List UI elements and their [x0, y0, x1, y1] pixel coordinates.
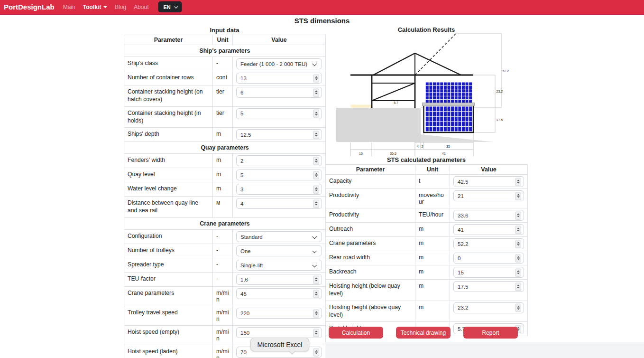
- quay-level-input[interactable]: 5: [236, 170, 322, 180]
- crane-speed-input[interactable]: 45: [236, 288, 322, 299]
- dim-backreach: 15: [359, 152, 363, 155]
- input-row: Ships' depth m 12.5: [124, 128, 326, 142]
- input-data-panel: Input data Parameter Unit Value Ship's p…: [124, 27, 325, 358]
- rear-road-strip: [350, 105, 372, 108]
- number-stepper[interactable]: [313, 309, 319, 317]
- stacking-holds-input[interactable]: 5: [236, 108, 322, 119]
- number-stepper[interactable]: [313, 275, 319, 283]
- trolleys-select[interactable]: One: [236, 245, 322, 256]
- hoist-speed-empty-input[interactable]: 150: [236, 327, 322, 338]
- technical-drawing-button[interactable]: Technical drawing: [396, 327, 451, 339]
- number-stepper[interactable]: [313, 290, 319, 298]
- chevron-down-icon: [312, 61, 316, 66]
- number-stepper[interactable]: [313, 185, 319, 193]
- nav-item-about[interactable]: About: [134, 4, 148, 10]
- number-stepper[interactable]: [313, 329, 319, 337]
- calc-table-title: STS calculated parameters: [325, 156, 527, 163]
- calc-row: Hoisting height (above quay level) m 23.…: [326, 301, 528, 322]
- input-row: Container stacking height (in holds) tie…: [124, 106, 326, 128]
- chevron-down-icon: [174, 4, 178, 8]
- number-stepper[interactable]: [515, 240, 521, 248]
- stacking-hatch-input[interactable]: 6: [236, 87, 322, 98]
- ships-class-select[interactable]: Feeder (1 000 - 2 000 TEU): [236, 58, 322, 69]
- outreach-input[interactable]: 41: [453, 224, 524, 235]
- input-table: Parameter Unit Value Ship's parameters S…: [124, 35, 326, 358]
- dim-crane-height: 52.2: [503, 69, 509, 73]
- caret-down-icon: [103, 6, 107, 8]
- language-selector[interactable]: EN: [158, 1, 182, 12]
- nav-item-toolkit[interactable]: Toolkit: [83, 4, 107, 10]
- input-row: Container stacking height (on hatch cove…: [124, 85, 326, 107]
- number-stepper[interactable]: [313, 110, 319, 118]
- calc-row: Hoisting height (below quay level) m 17.…: [326, 280, 528, 301]
- calc-row: Crane parameters m 52.2: [326, 237, 528, 251]
- dim-below-quay: 17.5: [497, 118, 503, 122]
- number-stepper[interactable]: [313, 199, 319, 207]
- fenders-width-input[interactable]: 2: [236, 155, 322, 166]
- productivity-teu-input[interactable]: 33.6: [453, 210, 524, 221]
- input-row: Spreader type - Single-lift: [124, 258, 326, 273]
- col-header-unit: Unit: [415, 165, 450, 175]
- number-stepper[interactable]: [313, 74, 319, 82]
- calc-row: Backreach m 15: [326, 265, 528, 280]
- number-stepper[interactable]: [515, 211, 521, 219]
- number-stepper[interactable]: [515, 178, 521, 186]
- dim-outreach: 41: [442, 152, 446, 155]
- col-header-value: Value: [233, 35, 326, 45]
- number-stepper[interactable]: [313, 171, 319, 179]
- report-button[interactable]: Report: [463, 327, 518, 339]
- input-row: Trolley travel speed m/min 220: [124, 306, 326, 326]
- number-stepper[interactable]: [515, 192, 521, 200]
- number-stepper[interactable]: [313, 88, 319, 96]
- dim-fender: 2: [422, 145, 423, 148]
- calculation-button[interactable]: Calculation: [329, 327, 383, 339]
- backreach-input[interactable]: 15: [453, 267, 524, 278]
- crane-technical-drawing: 52.2 23.2 17.5 5.7 4 2 35 15 30.5 41: [330, 32, 510, 158]
- brand-logo[interactable]: PortDesignLab: [4, 3, 55, 11]
- number-stepper[interactable]: [515, 304, 521, 312]
- nav-item-main[interactable]: Main: [63, 4, 75, 10]
- number-stepper[interactable]: [313, 131, 319, 139]
- navbar: PortDesignLab Main Toolkit Blog About EN: [0, 0, 644, 15]
- container-rows-input[interactable]: 13: [236, 73, 322, 84]
- table-header-row: Parameter Unit Value: [326, 165, 528, 175]
- trolley-travel-speed-input[interactable]: 220: [236, 308, 322, 319]
- seabed-wedge: [421, 134, 494, 142]
- hoisting-above-input[interactable]: 23.2: [453, 302, 524, 313]
- number-stepper[interactable]: [313, 157, 319, 165]
- input-row: Number of container rows cont 13: [124, 71, 326, 85]
- chevron-down-icon: [312, 263, 316, 267]
- calc-table-panel: Parameter Unit Value Capacity t 42.5 Pro…: [325, 164, 527, 336]
- capacity-input[interactable]: 42.5: [453, 176, 524, 187]
- input-row: Quay level m 5: [124, 168, 326, 182]
- boom-raised-dashed-line: [415, 33, 456, 75]
- productivity-moves-input[interactable]: 21: [453, 190, 524, 201]
- spreader-type-select[interactable]: Single-lift: [236, 260, 322, 271]
- number-stepper[interactable]: [515, 254, 521, 262]
- nav-item-blog[interactable]: Blog: [115, 4, 126, 10]
- configuration-select[interactable]: Standard: [236, 231, 322, 242]
- crane-parameters-input[interactable]: 52.2: [453, 238, 524, 249]
- hoisting-below-input[interactable]: 17.5: [453, 281, 524, 292]
- quay-line-sea-rail-input[interactable]: 4: [236, 198, 322, 209]
- teu-factor-input[interactable]: 1.6: [236, 274, 322, 285]
- col-header-unit: Unit: [213, 35, 233, 45]
- number-stepper[interactable]: [313, 348, 319, 356]
- page-title: STS dimensions: [0, 17, 644, 25]
- section-row: Crane parameters: [124, 218, 326, 230]
- number-stepper[interactable]: [515, 226, 521, 234]
- water-level-change-input[interactable]: 3: [236, 184, 322, 195]
- dim-portal-height: 5.7: [394, 101, 398, 104]
- input-row: Water level change m 3: [124, 182, 326, 197]
- rear-road-width-input[interactable]: 0: [453, 253, 524, 264]
- hatch-cover: [423, 103, 475, 106]
- chevron-down-icon: [312, 234, 316, 238]
- ships-depth-input[interactable]: 12.5: [236, 129, 322, 140]
- section-row: Ship's parameters: [124, 45, 326, 57]
- dim-quay-to-rail: 4: [417, 145, 419, 148]
- number-stepper[interactable]: [515, 268, 521, 276]
- number-stepper[interactable]: [515, 283, 521, 291]
- table-header-row: Parameter Unit Value: [124, 35, 326, 45]
- col-header-parameter: Parameter: [326, 165, 415, 175]
- calc-row: Productivity TEU/hour 33.6: [326, 208, 528, 223]
